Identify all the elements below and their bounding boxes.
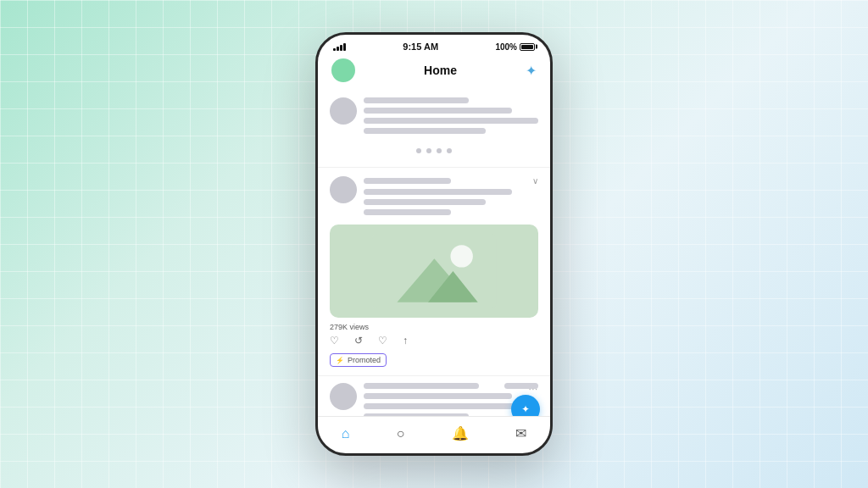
tweet-2-line3 [364,209,451,215]
status-bar: 9:15 AM 100% [318,35,550,55]
signal-bar-2 [337,47,339,51]
tweet-1 [318,89,550,168]
mountain-illustration [351,234,518,308]
page-title: Home [424,64,457,77]
battery-icon [520,43,535,51]
battery-percent: 100% [495,42,517,52]
phone-frame: 9:15 AM 100% Home ✦ [315,32,553,456]
home-nav-icon[interactable]: ⌂ [342,426,350,441]
action-bar: ♡ ↺ ♡ ↑ [330,335,538,347]
tweet-3-line3 [364,413,469,416]
tweet-3-name [364,383,479,389]
tweet-1-line2 [364,118,538,124]
tweet-2-header: ∨ [330,176,538,219]
tweet-2-name-skeleton [364,178,451,184]
more-options-icon[interactable]: ··· [529,385,538,394]
promoted-icon: ⚡ [336,357,344,364]
story-dot-1 [416,148,421,153]
tweet-3: ··· ✦ [318,376,550,416]
promoted-label: Promoted [348,356,381,364]
story-dots [330,143,538,158]
compose-icon: ✦ [521,403,530,415]
notifications-nav-icon[interactable]: 🔔 [452,425,469,441]
share-icon[interactable]: ↑ [403,335,408,347]
story-dot-4 [447,148,452,153]
status-left [333,43,346,51]
avatar[interactable] [331,58,355,82]
promoted-badge: ⚡ Promoted [330,353,387,367]
phone-wrapper: 9:15 AM 100% Home ✦ [315,32,553,456]
like-icon[interactable]: ♡ [378,335,387,347]
retweet-icon[interactable]: ↺ [354,335,363,347]
signal-bars-icon [333,43,346,51]
status-time: 9:15 AM [403,42,438,52]
tweet-image [330,225,538,318]
tweet-2-line2 [364,199,486,205]
tweet-1-name-skeleton [364,97,469,103]
tweet-3-line1 [364,393,512,399]
top-nav: Home ✦ [318,55,550,89]
battery-fill [521,45,533,49]
signal-bar-4 [343,43,346,51]
feed: ∨ 279K views [318,89,550,416]
signal-bar-1 [333,48,336,51]
chevron-down-icon: ∨ [532,176,538,186]
tweet-1-line3 [364,128,486,134]
heart-icon[interactable]: ♡ [330,335,339,347]
search-nav-icon[interactable]: ○ [397,426,405,441]
messages-nav-icon[interactable]: ✉ [515,425,526,441]
tweet-1-line1 [364,108,512,114]
story-dot-3 [437,148,442,153]
bottom-nav: ⌂ ○ 🔔 ✉ [318,416,550,453]
svg-point-1 [450,245,472,267]
tweet-2-line1 [364,189,512,195]
tweet-3-avatar[interactable] [330,383,357,410]
tweet-2-avatar[interactable] [330,176,357,203]
sparkle-icon[interactable]: ✦ [526,63,537,79]
tweet-1-header [330,97,538,138]
tweet-1-avatar[interactable] [330,97,357,125]
views-count: 279K views [330,323,538,331]
status-right: 100% [495,42,535,52]
tweet-2-content: ∨ [364,176,538,219]
story-dot-2 [426,148,431,153]
tweet-2: ∨ 279K views [318,168,550,376]
tweet-1-content [364,97,538,138]
signal-bar-3 [340,45,342,51]
